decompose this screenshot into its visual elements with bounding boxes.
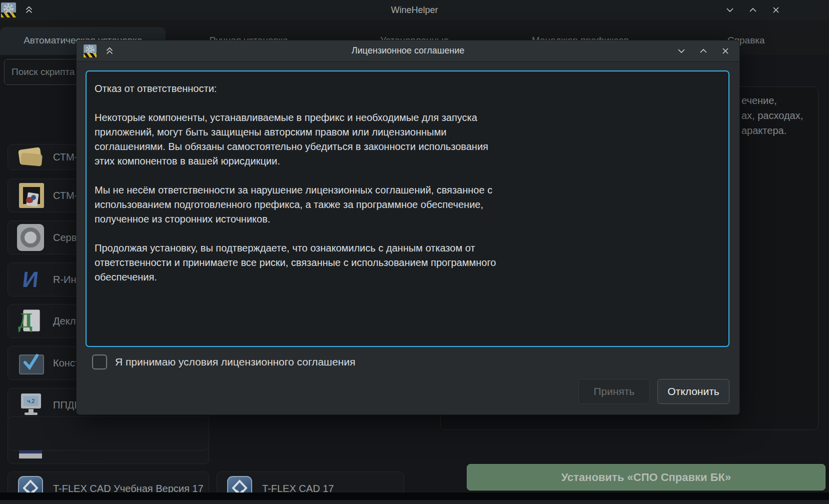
dialog-close-button[interactable] xyxy=(720,46,730,56)
dialog-title: Лицензионное соглашение xyxy=(77,46,739,56)
chevron-up-icon xyxy=(748,5,758,15)
minimize-button[interactable] xyxy=(725,5,735,15)
declaration-icon: Д xyxy=(17,308,44,334)
chevron-down-icon xyxy=(676,46,686,56)
checkmark-monitor-icon xyxy=(17,350,44,376)
screen: WineHelper xyxy=(0,0,829,504)
screen-bottom-strip xyxy=(0,492,829,500)
license-dialog: Лицензионное соглашение xyxy=(76,40,740,415)
accept-terms-row: Я принимаю условия лицензионного соглаше… xyxy=(92,354,355,370)
close-icon xyxy=(720,46,730,56)
dialog-maximize-button[interactable] xyxy=(698,46,708,56)
install-spo-spravki-bk-button[interactable]: Установить «СПО Справки БК» xyxy=(467,464,825,490)
window-title: WineHelper xyxy=(0,5,829,16)
close-icon xyxy=(771,5,781,15)
letter-i-icon: И xyxy=(17,266,44,293)
description-text: ечение, ах, расходах, арактера. xyxy=(741,93,803,138)
main-titlebar: WineHelper xyxy=(0,0,829,20)
accept-button[interactable]: Принять xyxy=(578,379,650,404)
panel-edge-strip xyxy=(0,500,829,504)
decline-button[interactable]: Отклонить xyxy=(657,379,729,404)
chevron-down-icon xyxy=(725,5,735,15)
chevron-up-icon xyxy=(698,46,708,56)
dialog-minimize-button[interactable] xyxy=(676,46,686,56)
dialog-titlebar: Лицензионное соглашение xyxy=(77,40,739,62)
license-text: Отказ от ответственности: Некоторые комп… xyxy=(95,82,720,284)
frame-documents-icon xyxy=(17,182,44,209)
maximize-button[interactable] xyxy=(748,5,758,15)
folder-icon xyxy=(17,144,44,170)
accept-terms-checkbox[interactable] xyxy=(92,354,107,370)
close-button[interactable] xyxy=(771,5,781,15)
license-text-area[interactable]: Отказ от ответственности: Некоторые комп… xyxy=(86,70,729,347)
accept-terms-label: Я принимаю условия лицензионного соглаше… xyxy=(115,356,355,368)
dialog-window-controls xyxy=(676,40,730,62)
window-controls xyxy=(725,0,781,20)
monitor-icon: ч.2 xyxy=(17,392,44,418)
ring-icon xyxy=(17,224,44,251)
